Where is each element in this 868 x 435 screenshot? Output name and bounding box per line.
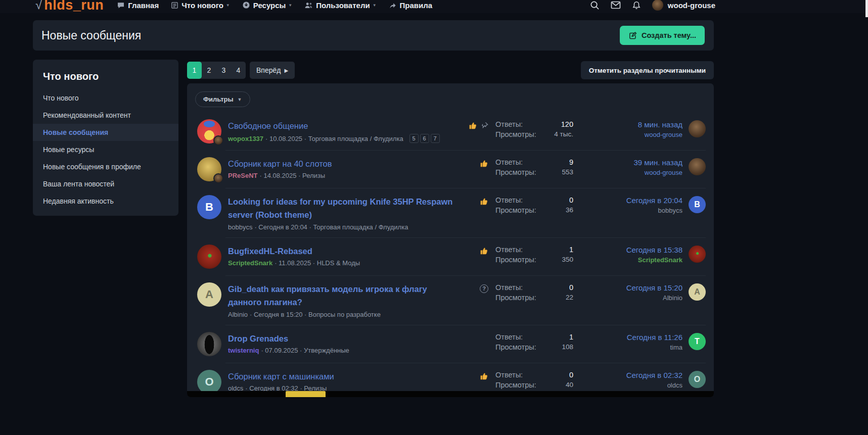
replies-label: Ответы: <box>495 120 548 128</box>
thread-status-icons <box>461 245 488 255</box>
views-value: 350 <box>548 256 573 264</box>
thread-author-avatar[interactable]: B <box>197 195 221 219</box>
thread-page-button[interactable]: 6 <box>420 134 429 143</box>
mark-read-button[interactable]: Отметить разделы прочитанными <box>581 61 714 79</box>
thread-row: BugfixedHL-Rebased ScriptedSnark · 11.08… <box>195 237 706 275</box>
thread-stats: Ответы: 0 Просмотры: 40 <box>495 370 575 389</box>
thread-title-link[interactable]: Gib_death как привязать модель игрока к … <box>228 282 454 309</box>
thread-author-link[interactable]: ScriptedSnark <box>228 259 272 267</box>
list-icon <box>171 2 178 9</box>
nav-item-главная[interactable]: Главная <box>117 1 159 10</box>
thread-meta: PReSeNT · 14.08.2025 · Релизы <box>228 172 454 179</box>
sidebar-item[interactable]: Новые ресурсы <box>33 141 178 158</box>
page-number-button[interactable]: 1 <box>187 62 202 79</box>
thread-author-avatar[interactable] <box>197 157 221 181</box>
logo-text: hlds_run <box>44 0 104 13</box>
thread-title-link[interactable]: Drop Grenades <box>228 332 454 345</box>
thread-stats: Ответы: 120 Просмотры: 4 тыс. <box>495 119 575 138</box>
sidebar-item[interactable]: Недавняя активность <box>33 192 178 210</box>
alerts-bell-icon[interactable] <box>632 1 641 10</box>
thread-author-avatar[interactable]: A <box>197 282 221 307</box>
site-logo[interactable]: √ hlds_run <box>35 0 104 13</box>
thread-date-forum: · 10.08.2025 · Торговая площадка / Флуди… <box>265 135 403 142</box>
thread-row: Сборник карт на 40 слотов PReSeNT · 14.0… <box>195 150 706 188</box>
views-value: 4 тыс. <box>548 130 573 138</box>
next-page-button[interactable]: Вперёд ▶ <box>250 62 295 79</box>
sidebar-item[interactable]: Новые сообщения в профиле <box>33 158 178 175</box>
last-post-avatar[interactable] <box>689 120 706 137</box>
thread-author-link[interactable]: bobbycs <box>228 223 252 231</box>
sidebar-items: Что нового Рекомендованный контент Новые… <box>33 89 178 210</box>
last-post-user-link[interactable]: ScriptedSnark <box>575 256 682 264</box>
sidebar-item[interactable]: Что нового <box>33 89 178 107</box>
avatar <box>197 245 221 269</box>
last-post-user-link[interactable]: bobbycs <box>575 207 682 214</box>
replies-label: Ответы: <box>495 196 548 204</box>
replies-label: Ответы: <box>495 371 548 379</box>
thread-title-link[interactable]: Looking for ideas for my upcoming Knife … <box>228 195 454 222</box>
thread-status-icons <box>461 332 488 334</box>
thread-status-icons <box>461 195 488 206</box>
last-post-user-link[interactable]: wood-grouse <box>575 131 682 138</box>
thread-author-avatar[interactable]: O <box>197 370 221 394</box>
thread-stats: Ответы: 1 Просмотры: 108 <box>495 332 575 351</box>
last-post-time-link[interactable]: Сегодня в 20:04 <box>575 196 682 205</box>
last-post-time-link[interactable]: Сегодня в 11:26 <box>575 333 682 342</box>
last-post-user-link[interactable]: tima <box>575 344 682 351</box>
last-post-user-link[interactable]: wood-grouse <box>575 169 682 176</box>
last-post-user-link[interactable]: oldcs <box>575 381 682 389</box>
last-post-avatar[interactable] <box>689 158 706 175</box>
page-number-button[interactable]: 4 <box>231 62 246 79</box>
thread-author-avatar[interactable] <box>197 119 221 143</box>
thread-title-link[interactable]: Сборник карт на 40 слотов <box>228 157 454 170</box>
nav-item-ресурсы[interactable]: Ресурсы ▼ <box>242 1 293 10</box>
search-icon[interactable] <box>590 1 600 10</box>
compose-icon <box>628 31 637 40</box>
last-post-user-link[interactable]: Albinio <box>575 294 682 302</box>
last-post-time-link[interactable]: 8 мин. назад <box>575 120 682 129</box>
thread-author-link[interactable]: PReSeNT <box>228 172 258 179</box>
thread-title-link[interactable]: Сборник карт с машинками <box>228 370 454 383</box>
last-post-avatar[interactable] <box>689 246 706 263</box>
account-menu[interactable]: wood-grouse <box>652 0 715 11</box>
filters-button[interactable]: Фильтры ▼ <box>195 91 250 107</box>
page-number-button[interactable]: 2 <box>202 62 216 79</box>
thread-meta: wopox1337 · 10.08.2025 · Торговая площад… <box>228 134 454 143</box>
last-post-time-link[interactable]: Сегодня в 15:20 <box>575 283 682 292</box>
page-number-button[interactable]: 3 <box>216 62 231 79</box>
thread-title-link[interactable]: Свободное общение <box>228 119 454 132</box>
nav-item-что-нового[interactable]: Что нового ▼ <box>171 1 230 10</box>
scrollbar[interactable] <box>865 0 868 17</box>
last-post-avatar[interactable]: A <box>689 283 706 301</box>
sidebar-item[interactable]: Новые сообщения <box>33 124 178 141</box>
thread-title-link[interactable]: BugfixedHL-Rebased <box>228 245 454 258</box>
last-post-time-link[interactable]: 39 мин. назад <box>575 158 682 167</box>
last-post-time-link[interactable]: Сегодня в 15:38 <box>575 246 682 254</box>
messages-envelope-icon[interactable] <box>611 1 621 10</box>
thread-author-avatar[interactable] <box>197 245 221 269</box>
create-thread-button[interactable]: Создать тему... <box>620 26 705 45</box>
last-post-time-link[interactable]: Сегодня в 02:32 <box>575 371 682 379</box>
thread-author-link[interactable]: Albinio <box>228 311 248 318</box>
thread-author-link[interactable]: wopox1337 <box>228 135 263 142</box>
thread-page-button[interactable]: 7 <box>431 134 440 143</box>
nav-item-пользователи[interactable]: Пользователи ▼ <box>304 1 376 10</box>
replies-label: Ответы: <box>495 333 548 341</box>
sidebar-item[interactable]: Ваша лента новостей <box>33 175 178 192</box>
avatar <box>197 332 221 356</box>
nav-item-правила[interactable]: Правила <box>389 1 433 10</box>
main-menu: Главная Что нового ▼ Ресурсы ▼ Пользоват… <box>117 1 432 10</box>
sidebar-item[interactable]: Рекомендованный контент <box>33 107 178 124</box>
views-label: Просмотры: <box>495 206 548 214</box>
thread-author-link[interactable]: twisterniq <box>228 347 259 354</box>
sidebar-heading: Что нового <box>33 67 178 89</box>
last-post-avatar[interactable]: B <box>689 196 706 213</box>
thumbs-up-icon <box>480 372 488 380</box>
views-value: 36 <box>548 206 573 214</box>
last-post-avatar[interactable]: T <box>689 333 706 350</box>
thread-stats: Ответы: 0 Просмотры: 36 <box>495 195 575 214</box>
thread-page-button[interactable]: 5 <box>409 134 419 143</box>
thread-author-avatar[interactable] <box>197 332 221 356</box>
last-post-avatar[interactable]: O <box>689 371 706 388</box>
rules-icon <box>389 2 397 9</box>
